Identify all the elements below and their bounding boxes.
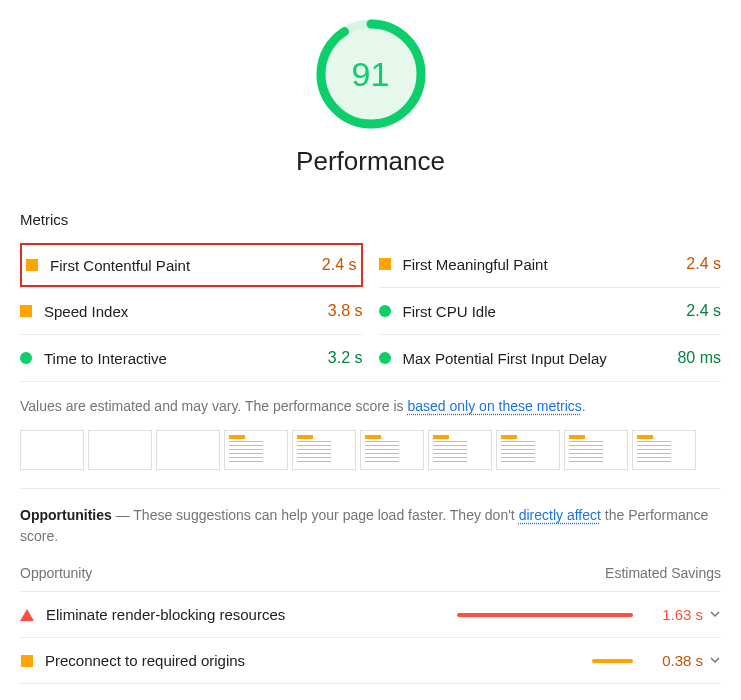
opportunity-value: 0.38 s	[643, 652, 703, 669]
metric-label: First CPU Idle	[403, 303, 687, 320]
gauge-score: 91	[315, 18, 427, 130]
metric-label: First Meaningful Paint	[403, 256, 687, 273]
chevron-down-icon[interactable]	[709, 652, 721, 669]
filmstrip-frame	[632, 430, 696, 470]
metric-value: 3.2 s	[328, 349, 363, 367]
footnote-link[interactable]: based only on these metrics	[408, 398, 582, 414]
metrics-heading: Metrics	[20, 211, 68, 228]
filmstrip-frame	[88, 430, 152, 470]
opps-col-right: Estimated Savings	[605, 565, 721, 581]
metric-label: First Contentful Paint	[50, 257, 322, 274]
metric-value: 2.4 s	[322, 256, 357, 274]
filmstrip-frame	[564, 430, 628, 470]
metric-row[interactable]: First Contentful Paint2.4 s	[20, 243, 363, 287]
chevron-down-icon[interactable]	[709, 606, 721, 623]
filmstrip-frame	[428, 430, 492, 470]
metric-label: Max Potential First Input Delay	[403, 350, 678, 367]
metric-value: 2.4 s	[686, 302, 721, 320]
status-circle-icon	[379, 352, 391, 364]
opportunity-value: 1.63 s	[643, 606, 703, 623]
savings-bar	[592, 659, 633, 663]
status-square-icon	[20, 305, 32, 317]
filmstrip-frame	[360, 430, 424, 470]
filmstrip-frame	[156, 430, 220, 470]
opportunity-row[interactable]: Preconnect to required origins0.38 s	[20, 638, 721, 684]
category-title: Performance	[20, 146, 721, 177]
metrics-footnote: Values are estimated and may vary. The p…	[20, 381, 721, 430]
status-triangle-icon	[20, 609, 34, 621]
status-circle-icon	[20, 352, 32, 364]
opportunities-description: Opportunities — These suggestions can he…	[20, 505, 721, 547]
opportunity-label: Preconnect to required origins	[45, 652, 433, 669]
filmstrip	[20, 430, 721, 489]
metric-row[interactable]: First CPU Idle2.4 s	[379, 287, 722, 334]
metric-value: 2.4 s	[686, 255, 721, 273]
metric-value: 80 ms	[677, 349, 721, 367]
opportunity-row[interactable]: Eliminate render-blocking resources1.63 …	[20, 592, 721, 638]
opportunity-label: Eliminate render-blocking resources	[46, 606, 433, 623]
metric-row[interactable]: Speed Index3.8 s	[20, 287, 363, 334]
metric-row[interactable]: Max Potential First Input Delay80 ms	[379, 334, 722, 381]
status-square-icon	[26, 259, 38, 271]
metric-value: 3.8 s	[328, 302, 363, 320]
status-square-icon	[21, 655, 33, 667]
opps-desc-link[interactable]: directly affect	[519, 507, 601, 523]
savings-bar	[457, 613, 633, 617]
filmstrip-frame	[20, 430, 84, 470]
filmstrip-frame	[292, 430, 356, 470]
status-square-icon	[379, 258, 391, 270]
status-circle-icon	[379, 305, 391, 317]
opps-col-left: Opportunity	[20, 565, 92, 581]
performance-gauge: 91	[315, 18, 427, 130]
metric-label: Time to Interactive	[44, 350, 328, 367]
filmstrip-frame	[224, 430, 288, 470]
filmstrip-frame	[496, 430, 560, 470]
metric-label: Speed Index	[44, 303, 328, 320]
metric-row[interactable]: Time to Interactive3.2 s	[20, 334, 363, 381]
metric-row[interactable]: First Meaningful Paint2.4 s	[379, 241, 722, 287]
